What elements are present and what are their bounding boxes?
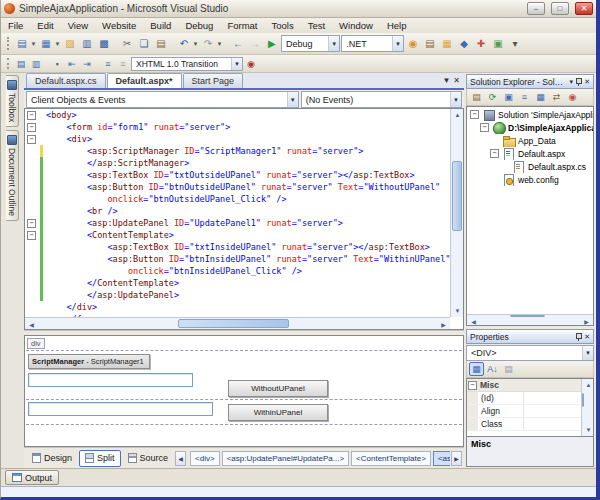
error-list-icon[interactable]: ▣	[490, 36, 506, 52]
framework-combo[interactable]: .NET ▼	[341, 35, 404, 52]
scrollbar-thumb[interactable]	[452, 161, 462, 231]
design-view-button[interactable]: Design	[26, 450, 78, 467]
chevron-down-icon[interactable]: ▼	[450, 92, 461, 107]
code-line[interactable]: − <ContentTemplate>	[25, 229, 450, 241]
chevron-down-icon[interactable]: ▼	[392, 36, 403, 51]
menu-format[interactable]: Format	[220, 18, 264, 33]
fold-collapse-icon[interactable]: −	[27, 111, 36, 120]
scroll-left-icon[interactable]: ◀	[467, 315, 480, 326]
source-editor[interactable]: −<body>− <form id="form1" runat="server"…	[24, 108, 464, 330]
view-designer-icon[interactable]: ▦	[533, 90, 548, 104]
menu-file[interactable]: File	[1, 18, 30, 33]
category-row[interactable]: − Misc	[467, 379, 593, 392]
tag-navigator-item[interactable]: <asp:UpdatePanel#UpdatePa...>	[222, 451, 349, 466]
event-dropdown[interactable]: (No Events) ▼	[301, 91, 462, 108]
fold-collapse-icon[interactable]: −	[27, 231, 36, 240]
chevron-down-icon[interactable]: ▼	[328, 36, 339, 51]
scrollbar-thumb[interactable]	[582, 393, 584, 408]
chevron-down-icon[interactable]: ▼	[582, 346, 593, 360]
fold-collapse-icon[interactable]: −	[27, 219, 36, 228]
start-debugging-icon[interactable]: ▶	[264, 36, 280, 52]
editor-horizontal-scrollbar[interactable]: ◀ ▶	[25, 317, 450, 329]
chevron-down-icon[interactable]: ▼	[192, 41, 199, 47]
code-line[interactable]: <asp:Button ID="btnOutsideUPanel" runat=…	[25, 181, 450, 193]
uncomment-lines-icon[interactable]: ≡	[116, 57, 130, 71]
decrease-indent-icon[interactable]: ⇤	[65, 57, 79, 71]
minimize-button[interactable]: –	[527, 2, 545, 15]
aspnet-configuration-icon[interactable]: ◉	[565, 90, 580, 104]
scroll-right-icon[interactable]: ▶	[580, 315, 593, 326]
find-in-files-icon[interactable]: ◉	[405, 36, 421, 52]
menu-website[interactable]: Website	[95, 18, 143, 33]
copy-icon[interactable]: ❏	[136, 36, 152, 52]
menu-view[interactable]: View	[61, 18, 95, 33]
menu-help[interactable]: Help	[380, 18, 414, 33]
solution-explorer-scrollbar[interactable]: ◀ ▶	[467, 314, 593, 325]
copy-web-site-icon[interactable]: ⇄	[549, 90, 564, 104]
chevron-down-icon[interactable]: ▾	[570, 78, 574, 86]
code-line[interactable]: <asp:TextBox ID="txtOutsideUPanel" runat…	[25, 169, 450, 181]
comment-lines-icon[interactable]: ≡	[101, 57, 115, 71]
menu-build[interactable]: Build	[143, 18, 178, 33]
within-upanel-button[interactable]: WithinUPanel	[228, 404, 328, 421]
close-document-icon[interactable]: ✕	[453, 76, 460, 85]
cut-icon[interactable]: ✂	[119, 36, 135, 52]
save-all-icon[interactable]: ▩	[96, 36, 112, 52]
add-new-item-icon[interactable]: ▦	[38, 36, 54, 52]
menu-test[interactable]: Test	[301, 18, 332, 33]
maximize-button[interactable]: □	[551, 2, 569, 15]
split-view-button[interactable]: Split	[79, 450, 121, 467]
redo-icon[interactable]: ↷	[200, 36, 216, 52]
navigate-forward-icon[interactable]: →	[247, 36, 263, 52]
textbox-outside-updatepanel[interactable]	[28, 373, 193, 387]
scroll-down-icon[interactable]: ▼	[451, 305, 464, 317]
tree-item-web-config[interactable]: web.config	[467, 173, 593, 186]
code-line[interactable]: −<body>	[25, 109, 450, 121]
code-line[interactable]: onclick="btnInsideUPanel_Click" />	[25, 265, 450, 277]
tree-item-default-aspx[interactable]: −Default.aspx	[467, 147, 593, 160]
chevron-down-icon[interactable]: ▼	[54, 41, 61, 47]
property-row-class[interactable]: Class	[467, 418, 593, 431]
code-line[interactable]: <asp:Button ID="btnInsideUPanel" runat="…	[25, 253, 450, 265]
code-line[interactable]: </ContentTemplate>	[25, 277, 450, 289]
refresh-icon[interactable]: ⟳	[485, 90, 500, 104]
design-surface[interactable]: div ScriptManager - ScriptManager1 Witho…	[24, 335, 464, 447]
fold-collapse-icon[interactable]: −	[27, 135, 36, 144]
properties-scrollbar[interactable]: ▲ ▼	[581, 379, 593, 436]
open-file-icon[interactable]: ▨	[62, 36, 78, 52]
sidebar-tab-document-outline[interactable]: Document Outline	[6, 130, 19, 221]
menu-edit[interactable]: Edit	[30, 18, 60, 33]
tag-navigator-scroll-left[interactable]: ◀	[175, 451, 186, 466]
close-button[interactable]: ✕	[575, 2, 593, 15]
attach-style-sheet-icon[interactable]: ▥	[29, 57, 43, 71]
fold-collapse-icon[interactable]: −	[27, 123, 36, 132]
editor-vertical-scrollbar[interactable]: ▲ ▼	[450, 109, 463, 317]
scroll-right-icon[interactable]: ▶	[437, 318, 450, 330]
tree-item-solution-simpleajaxapplication-1-project-[interactable]: −Solution 'SimpleAjaxApplication' (1 pro…	[467, 108, 593, 121]
solution-explorer-icon[interactable]: ▤	[422, 36, 438, 52]
paste-icon[interactable]: ▤	[153, 36, 169, 52]
new-style-icon[interactable]: ▤	[14, 57, 28, 71]
code-line[interactable]: <asp:TextBox ID="txtInsideUPanel" runat=…	[25, 241, 450, 253]
tab-default-aspx-[interactable]: Default.aspx*	[107, 73, 182, 88]
scroll-up-icon[interactable]: ▲	[451, 109, 464, 121]
close-icon[interactable]: ✕	[584, 78, 590, 86]
navigate-backward-icon[interactable]: ←	[230, 36, 246, 52]
code-line[interactable]: onclick="btnOutsideUPanel_Click" />	[25, 193, 450, 205]
toolbox-icon[interactable]: ✚	[473, 36, 489, 52]
doctype-validation-combo[interactable]: XHTML 1.0 Transition ▼	[131, 57, 243, 71]
code-line[interactable]: <br />	[25, 205, 450, 217]
code-line[interactable]: − <form id="form1" runat="server">	[25, 121, 450, 133]
scroll-down-icon[interactable]: ▼	[582, 424, 594, 436]
debug-configuration-combo[interactable]: Debug ▼	[281, 35, 340, 52]
tab-default-aspx-cs[interactable]: Default.aspx.cs	[26, 73, 106, 88]
div-tag-label[interactable]: div	[27, 338, 45, 349]
tree-collapse-icon[interactable]: −	[480, 123, 489, 132]
tree-item-app-data[interactable]: App_Data	[467, 134, 593, 147]
toolbar-grip[interactable]	[7, 37, 10, 50]
code-line[interactable]: </asp:UpdatePanel>	[25, 289, 450, 301]
validation-options-icon[interactable]: ◉	[244, 57, 258, 71]
textbox-inside-updatepanel[interactable]	[28, 402, 213, 416]
tree-item-d-simpleajaxapplication-[interactable]: −D:\SimpleAjaxApplication\	[467, 121, 593, 134]
scriptmanager-control[interactable]: ScriptManager - ScriptManager1	[28, 354, 150, 369]
